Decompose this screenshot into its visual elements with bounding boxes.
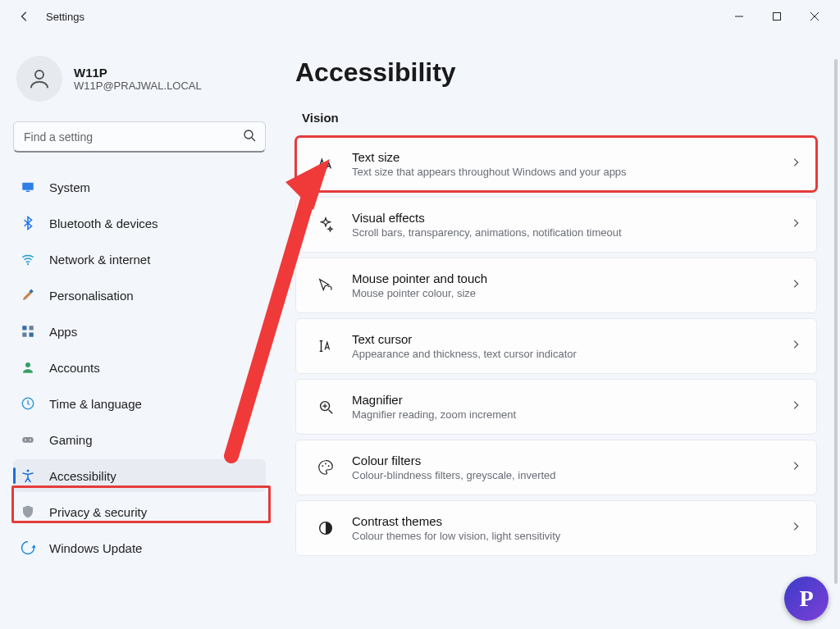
sidebar-item-system[interactable]: System: [13, 171, 266, 203]
option-title: Text size: [352, 150, 790, 164]
apps-icon: [20, 323, 36, 340]
textcursor-icon: [311, 337, 340, 355]
sidebar-item-gaming[interactable]: Gaming: [13, 423, 266, 456]
maximize-button[interactable]: [758, 3, 796, 30]
contrast-icon: [311, 519, 340, 537]
chevron-right-icon: [790, 217, 801, 232]
sidebar-item-bluetooth-devices[interactable]: Bluetooth & devices: [13, 207, 266, 239]
option-list: Text size Text size that appears through…: [295, 136, 817, 556]
back-button[interactable]: [15, 11, 34, 22]
scrollbar[interactable]: [834, 59, 838, 584]
textsize-icon: [311, 155, 340, 173]
magnifier-icon: [311, 398, 340, 416]
option-subtitle: Colour-blindness filters, greyscale, inv…: [352, 469, 790, 481]
chevron-right-icon: [790, 521, 801, 536]
shield-icon: [20, 504, 36, 520]
sidebar-item-label: Time & language: [49, 397, 142, 411]
page-title: Accessibility: [295, 57, 817, 88]
sidebar-item-network-internet[interactable]: Network & internet: [13, 243, 266, 276]
sparkle-icon: [311, 216, 340, 234]
user-email: W11P@PRAJWAL.LOCAL: [74, 80, 202, 92]
update-icon: [20, 540, 36, 556]
sidebar: W11P W11P@PRAJWAL.LOCAL SystemBluetooth …: [0, 33, 279, 629]
window-controls: [720, 3, 833, 30]
bluetooth-icon: [20, 215, 36, 231]
option-subtitle: Colour themes for low vision, light sens…: [352, 530, 790, 542]
option-title: Colour filters: [352, 454, 790, 467]
sidebar-item-apps[interactable]: Apps: [13, 315, 266, 348]
sidebar-item-personalisation[interactable]: Personalisation: [13, 279, 266, 312]
sidebar-item-label: Windows Update: [49, 541, 142, 555]
option-title: Text cursor: [352, 332, 790, 346]
palette-icon: [311, 458, 340, 476]
pointer-icon: [311, 276, 340, 294]
sidebar-item-label: Accessibility: [49, 469, 116, 483]
option-visual-effects[interactable]: Visual effects Scroll bars, transparency…: [295, 197, 817, 253]
sidebar-item-accessibility[interactable]: Accessibility: [13, 459, 266, 492]
chevron-right-icon: [790, 399, 801, 414]
option-subtitle: Text size that appears throughout Window…: [352, 166, 790, 178]
display-icon: [20, 179, 36, 195]
option-magnifier[interactable]: Magnifier Magnifier reading, zoom increm…: [295, 379, 817, 435]
search-input[interactable]: [13, 121, 266, 153]
window-title: Settings: [46, 11, 84, 23]
sidebar-item-label: Network & internet: [49, 253, 150, 267]
user-block[interactable]: W11P W11P@PRAJWAL.LOCAL: [13, 46, 266, 118]
svg-point-5: [244, 130, 253, 139]
search-icon: [243, 129, 256, 145]
option-title: Magnifier: [352, 393, 790, 407]
sidebar-item-label: Privacy & security: [49, 505, 147, 519]
watermark-logo: P: [784, 577, 829, 621]
game-icon: [20, 431, 36, 448]
time-icon: [20, 395, 36, 412]
option-contrast-themes[interactable]: Contrast themes Colour themes for low vi…: [295, 500, 817, 556]
option-text-cursor[interactable]: Text cursor Appearance and thickness, te…: [295, 318, 817, 374]
option-subtitle: Magnifier reading, zoom increment: [352, 408, 790, 421]
sidebar-item-label: Bluetooth & devices: [49, 217, 158, 230]
wifi-icon: [20, 251, 36, 267]
avatar: [16, 56, 62, 102]
chevron-right-icon: [790, 460, 801, 475]
svg-point-4: [35, 71, 43, 79]
option-title: Visual effects: [352, 211, 790, 225]
minimize-button[interactable]: [720, 3, 758, 30]
chevron-right-icon: [790, 278, 801, 293]
option-title: Mouse pointer and touch: [352, 271, 790, 285]
sidebar-item-label: System: [49, 180, 90, 194]
sidebar-item-privacy-security[interactable]: Privacy & security: [13, 495, 266, 528]
brush-icon: [20, 287, 36, 303]
sidebar-item-label: Accounts: [49, 361, 100, 375]
search-wrap: [13, 121, 266, 153]
sidebar-item-accounts[interactable]: Accounts: [13, 351, 266, 384]
section-label: Vision: [302, 111, 817, 125]
option-mouse-pointer-and-touch[interactable]: Mouse pointer and touch Mouse pointer co…: [295, 258, 817, 313]
sidebar-item-windows-update[interactable]: Windows Update: [13, 531, 266, 564]
sidebar-item-time-language[interactable]: Time & language: [13, 387, 266, 420]
option-subtitle: Appearance and thickness, text cursor in…: [352, 348, 790, 360]
option-title: Contrast themes: [352, 514, 790, 528]
option-subtitle: Scroll bars, transparency, animations, n…: [352, 226, 790, 239]
main-content: Accessibility Vision Text size Text size…: [279, 33, 840, 629]
option-subtitle: Mouse pointer colour, size: [352, 287, 790, 299]
close-button[interactable]: [796, 3, 833, 30]
sidebar-item-label: Gaming: [49, 433, 93, 447]
svg-line-6: [252, 138, 255, 141]
svg-rect-1: [774, 13, 781, 21]
user-name: W11P: [74, 66, 202, 80]
nav-list: SystemBluetooth & devicesNetwork & inter…: [13, 171, 266, 564]
account-icon: [20, 359, 36, 376]
sidebar-item-label: Apps: [49, 325, 77, 339]
option-colour-filters[interactable]: Colour filters Colour-blindness filters,…: [295, 440, 817, 495]
accessibility-icon: [20, 467, 36, 484]
sidebar-item-label: Personalisation: [49, 289, 134, 303]
chevron-right-icon: [790, 339, 801, 353]
titlebar: Settings: [0, 0, 840, 33]
chevron-right-icon: [790, 157, 801, 171]
option-text-size[interactable]: Text size Text size that appears through…: [295, 136, 817, 192]
